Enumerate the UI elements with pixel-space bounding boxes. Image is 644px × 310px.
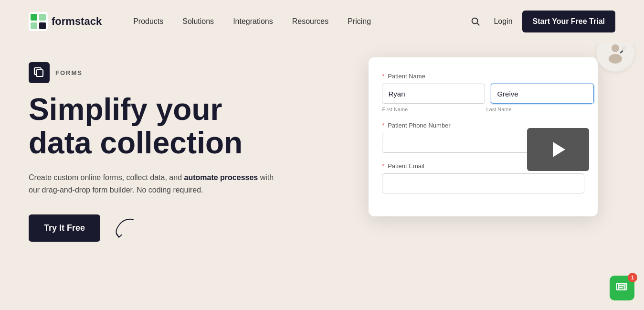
patient-name-field: * Patient Name First Name Last Name [382,73,584,112]
hero-desc-bold: automate processes [184,173,258,182]
floating-chat-badge[interactable]: 1 [610,276,634,300]
nav-links: Products Solutions Integrations Resource… [126,13,467,30]
svg-rect-8 [36,70,43,76]
login-button[interactable]: Login [494,17,512,26]
svg-line-6 [477,23,480,25]
sub-labels: First Name Last Name [382,107,584,112]
logo-link[interactable]: formstack [29,12,102,31]
forms-icon [33,67,45,78]
last-name-sub-label: Last Name [486,107,584,112]
svg-point-5 [472,18,478,24]
notification-badge: 1 [628,273,637,282]
arrow-doodle [112,214,140,243]
asterisk-1: * [382,73,384,80]
nav-right: Login Start Your Free Trial [467,11,615,32]
avatar-icon [603,41,627,64]
svg-rect-14 [618,283,627,290]
hero-section: FORMS Simplify your data collection Crea… [0,43,644,310]
search-icon [470,16,481,27]
patient-email-label: * Patient Email [382,162,584,170]
nav-item-integrations[interactable]: Integrations [225,13,281,30]
chat-icon [615,281,629,295]
hero-desc-prefix: Create custom online forms, collect data… [29,173,184,182]
play-icon [553,142,565,157]
hero-title-line2: data collection [29,126,243,160]
logo-icon [29,12,48,31]
hero-right: * Patient Name First Name Last Name * Pa… [351,53,615,216]
svg-rect-2 [39,14,46,21]
svg-point-10 [609,54,622,64]
patient-email-field: * Patient Email [382,162,584,193]
logo-text: formstack [52,15,102,28]
svg-point-9 [612,44,619,52]
forms-label: FORMS [55,69,83,76]
svg-rect-1 [31,14,37,21]
forms-badge: FORMS [29,62,351,83]
nav-item-products[interactable]: Products [126,13,171,30]
svg-rect-11 [620,50,623,54]
asterisk-2: * [382,122,384,129]
email-input[interactable] [382,173,584,193]
patient-phone-field: * Patient Phone Number [382,122,584,153]
form-card: * Patient Name First Name Last Name * Pa… [369,57,598,216]
phone-row [382,133,584,153]
start-trial-button[interactable]: Start Your Free Trial [522,11,615,32]
hero-left: FORMS Simplify your data collection Crea… [29,53,351,243]
svg-point-12 [622,46,625,50]
patient-name-label: * Patient Name [382,73,584,80]
hero-title: Simplify your data collection [29,93,351,160]
name-row [382,84,584,104]
first-name-input[interactable] [382,84,485,104]
svg-rect-3 [31,22,37,29]
first-name-sub-label: First Name [382,107,480,112]
asterisk-3: * [382,162,384,170]
forms-icon-box [29,62,50,83]
nav-item-solutions[interactable]: Solutions [175,13,222,30]
nav-item-pricing[interactable]: Pricing [340,13,379,30]
hero-title-line1: Simplify your [29,92,222,127]
try-it-free-button[interactable]: Try It Free [29,214,100,242]
last-name-input[interactable] [491,84,594,104]
nav-item-resources[interactable]: Resources [285,13,336,30]
search-button[interactable] [467,13,484,30]
hero-description: Create custom online forms, collect data… [29,171,277,197]
arrow-svg [112,214,140,243]
cta-area: Try It Free [29,214,351,243]
navbar: formstack Products Solutions Integration… [0,0,644,43]
svg-rect-4 [39,22,46,29]
